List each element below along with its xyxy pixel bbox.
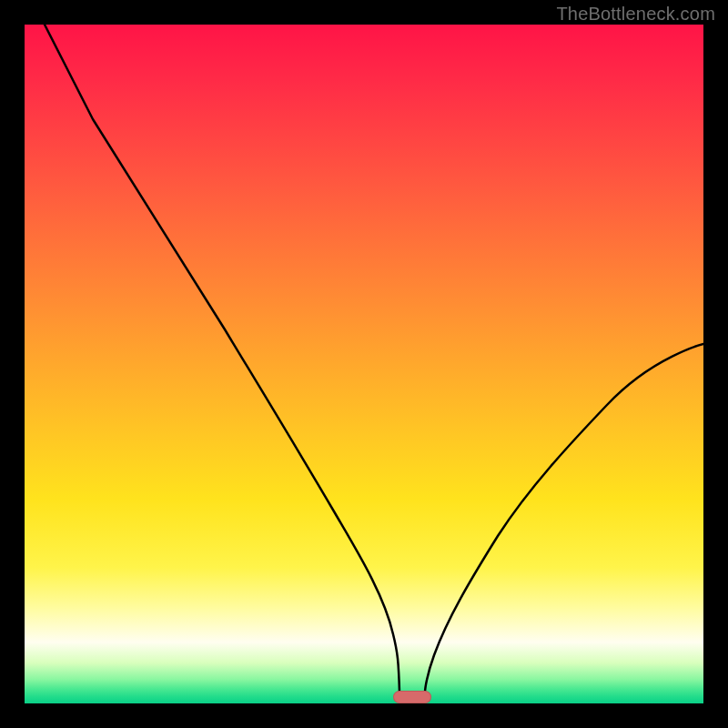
app-frame: TheBottleneck.com (0, 0, 728, 728)
optimal-marker (393, 691, 431, 703)
watermark-text: TheBottleneck.com (556, 4, 715, 25)
plot-area (25, 25, 703, 703)
curve-layer (25, 25, 703, 703)
bottleneck-curve (45, 25, 703, 693)
